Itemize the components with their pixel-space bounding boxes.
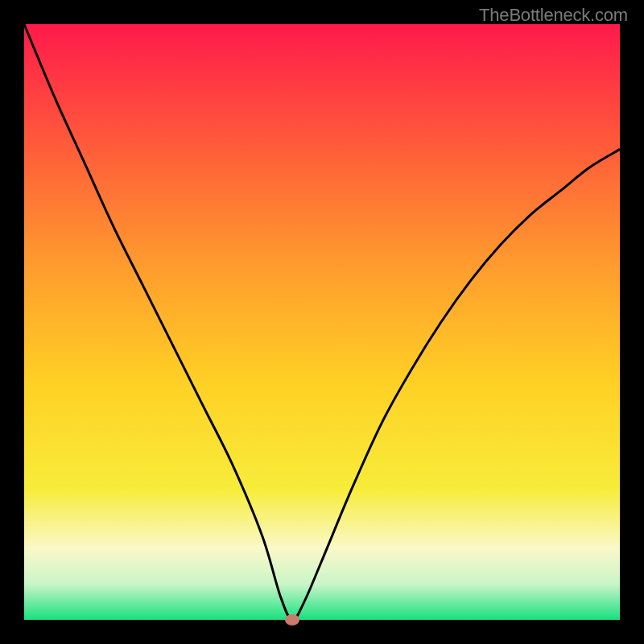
plot-background: [24, 24, 620, 620]
chart-svg: [0, 0, 644, 644]
chart-container: TheBottleneck.com: [0, 0, 644, 644]
min-marker: [285, 614, 299, 625]
watermark-text: TheBottleneck.com: [479, 5, 628, 26]
